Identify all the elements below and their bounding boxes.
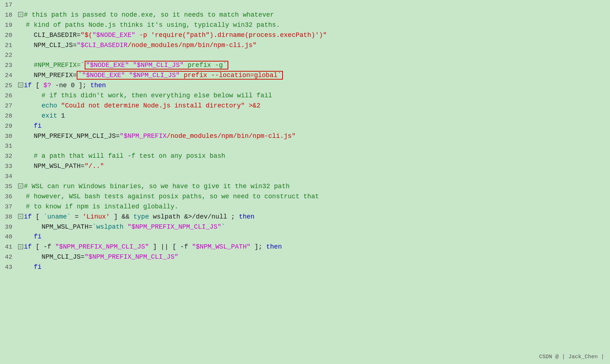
line-content: NPM_PREFIX=`"$NODE_EXE" "$NPM_CLI_JS" pr… [18, 71, 610, 81]
line-number: 24 [0, 71, 18, 80]
table-row: 17 [0, 0, 610, 10]
line-number: 38 [0, 212, 18, 222]
line-number: 26 [0, 91, 18, 101]
table-row: 43 fi [0, 262, 610, 272]
line-content: fi [18, 121, 610, 131]
line-content: -if [ `uname` = 'Linux' ] && type wslpat… [18, 212, 610, 222]
line-number: 25 [0, 81, 18, 90]
table-row: 41-if [ -f "$NPM_PREFIX_NPM_CLI_JS" ] ||… [0, 242, 610, 252]
line-content: # however, WSL bash tests against posix … [18, 192, 610, 202]
table-row: 22 [0, 50, 610, 60]
line-number: 17 [0, 0, 18, 10]
table-row: 25-if [ $? -ne 0 ]; then [0, 81, 610, 91]
line-number: 20 [0, 31, 18, 40]
fold-icon[interactable]: - [18, 244, 23, 249]
line-number: 43 [0, 263, 18, 272]
line-content: fi [18, 262, 610, 272]
table-row: 34 [0, 172, 610, 182]
line-content [18, 172, 610, 182]
fold-icon[interactable]: - [18, 214, 23, 219]
line-number: 22 [0, 51, 18, 60]
table-row: 21 NPM_CLI_JS="$CLI_BASEDIR/node_modules… [0, 41, 610, 51]
line-number: 37 [0, 202, 18, 212]
line-content: NPM_WSL_PATH=`wslpath "$NPM_PREFIX_NPM_C… [18, 222, 610, 232]
fold-icon[interactable]: - [18, 12, 23, 17]
table-row: 23 #NPM_PREFIX=`"$NODE_EXE" "$NPM_CLI_JS… [0, 60, 610, 71]
line-content [18, 50, 610, 60]
line-content: #NPM_PREFIX=`"$NODE_EXE" "$NPM_CLI_JS" p… [18, 60, 610, 71]
table-row: 28 exit 1 [0, 111, 610, 121]
table-row: 37 # to know if npm is installed globall… [0, 202, 610, 212]
table-row: 38-if [ `uname` = 'Linux' ] && type wslp… [0, 212, 610, 222]
line-number: 32 [0, 152, 18, 161]
line-number: 31 [0, 141, 18, 151]
table-row: 42 NPM_CLI_JS="$NPM_PREFIX_NPM_CLI_JS" [0, 252, 610, 262]
table-row: 29 fi [0, 121, 610, 131]
table-row: 24 NPM_PREFIX=`"$NODE_EXE" "$NPM_CLI_JS"… [0, 71, 610, 81]
line-content: # to know if npm is installed globally. [18, 202, 610, 212]
table-row: 40 fi [0, 232, 610, 242]
table-row: 39 NPM_WSL_PATH=`wslpath "$NPM_PREFIX_NP… [0, 222, 610, 232]
line-content: exit 1 [18, 111, 610, 121]
line-content: NPM_PREFIX_NPM_CLI_JS="$NPM_PREFIX/node_… [18, 131, 610, 141]
line-number: 34 [0, 172, 18, 181]
table-row: 18-# this path is passed to node.exe, so… [0, 10, 610, 20]
line-content [18, 0, 610, 10]
line-number: 28 [0, 111, 18, 121]
line-content: # if this didn't work, then everything e… [18, 91, 610, 101]
fold-icon[interactable]: - [18, 82, 23, 88]
table-row: 26 # if this didn't work, then everythin… [0, 91, 610, 101]
line-content: NPM_CLI_JS="$CLI_BASEDIR/node_modules/np… [18, 41, 610, 51]
fold-icon[interactable]: - [18, 183, 23, 189]
line-number: 27 [0, 101, 18, 111]
line-content: CLI_BASEDIR="$("$NODE_EXE" -p 'require("… [18, 30, 610, 41]
code-editor: 17 18-# this path is passed to node.exe,… [0, 0, 610, 364]
watermark: CSDN @ | Jack_Chen | [539, 353, 604, 361]
line-number: 23 [0, 61, 18, 70]
line-number: 19 [0, 21, 18, 30]
line-content: -# WSL can run Windows binaries, so we h… [18, 182, 610, 192]
line-number: 35 [0, 182, 18, 191]
line-number: 40 [0, 232, 18, 242]
table-row: 33 NPM_WSL_PATH="/.." [0, 161, 610, 172]
table-row: 35-# WSL can run Windows binaries, so we… [0, 182, 610, 192]
line-content: echo "Could not determine Node.js instal… [18, 101, 610, 111]
line-number: 18 [0, 10, 18, 20]
table-row: 31 [0, 141, 610, 151]
line-content [18, 141, 610, 151]
line-number: 21 [0, 41, 18, 50]
table-row: 36 # however, WSL bash tests against pos… [0, 192, 610, 202]
line-content: fi [18, 232, 610, 242]
table-row: 27 echo "Could not determine Node.js ins… [0, 101, 610, 111]
line-content: # a path that will fail -f test on any p… [18, 151, 610, 161]
line-number: 42 [0, 253, 18, 262]
line-number: 41 [0, 242, 18, 252]
table-row: 32 # a path that will fail -f test on an… [0, 151, 610, 161]
table-row: 30 NPM_PREFIX_NPM_CLI_JS="$NPM_PREFIX/no… [0, 131, 610, 141]
line-content: # kind of paths Node.js thinks it's usin… [18, 20, 610, 30]
line-content: -if [ -f "$NPM_PREFIX_NPM_CLI_JS" ] || [… [18, 242, 610, 252]
line-number: 30 [0, 132, 18, 141]
line-number: 29 [0, 122, 18, 131]
line-number: 33 [0, 162, 18, 171]
line-number: 39 [0, 223, 18, 232]
table-row: 19 # kind of paths Node.js thinks it's u… [0, 20, 610, 30]
line-content: NPM_WSL_PATH="/.." [18, 161, 610, 172]
line-content: -# this path is passed to node.exe, so i… [18, 10, 610, 20]
line-number: 36 [0, 192, 18, 202]
table-row: 20 CLI_BASEDIR="$("$NODE_EXE" -p 'requir… [0, 30, 610, 41]
line-content: NPM_CLI_JS="$NPM_PREFIX_NPM_CLI_JS" [18, 252, 610, 262]
line-content: -if [ $? -ne 0 ]; then [18, 81, 610, 91]
